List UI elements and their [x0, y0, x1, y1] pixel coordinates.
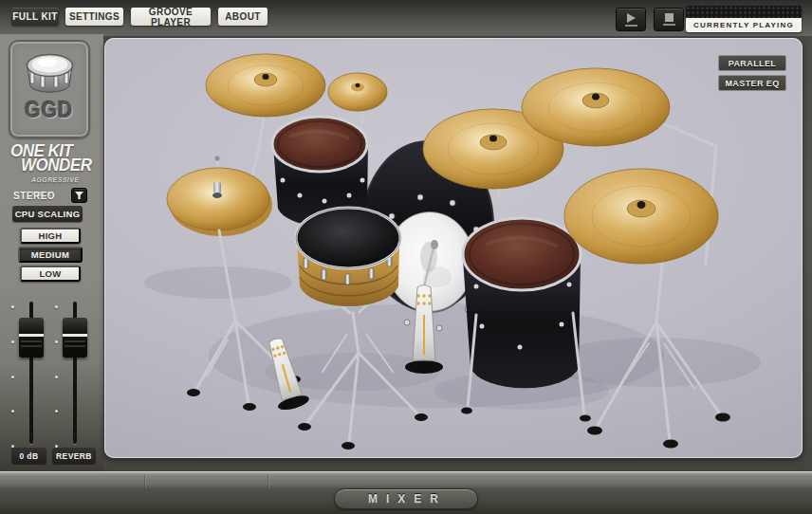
output-mode-label: STEREO	[13, 191, 55, 201]
snare-drum-icon	[19, 42, 80, 101]
kit-stage: PARALLEL MASTER EQ	[104, 38, 803, 458]
cpu-low-button[interactable]: LOW	[20, 266, 81, 282]
reverb-fader-handle[interactable]	[63, 318, 87, 358]
currently-playing-label: CURRENTLY PLAYING	[686, 18, 802, 32]
volume-fader-handle[interactable]	[19, 318, 44, 358]
crash-left[interactable]	[206, 54, 325, 117]
tab-full-kit[interactable]: FULL KIT	[11, 8, 59, 26]
ggd-logo: GGD	[9, 40, 90, 138]
tab-groove-player[interactable]: GROOVE PLAYER	[131, 8, 211, 26]
funnel-icon	[74, 191, 84, 200]
master-eq-button[interactable]: MASTER EQ	[718, 75, 786, 91]
currently-playing-display: CURRENTLY PLAYING	[686, 6, 802, 32]
volume-value-label: 0 dB	[11, 448, 46, 464]
plugin-window: FULL KIT SETTINGS GROOVE PLAYER ABOUT CU…	[0, 0, 812, 514]
cpu-medium-button[interactable]: MEDIUM	[18, 247, 83, 263]
reverb-label: REVERB	[52, 448, 96, 464]
hi-hat[interactable]	[167, 156, 272, 237]
parallel-button[interactable]: PARALLEL	[718, 55, 786, 71]
play-icon	[627, 13, 636, 23]
tab-settings[interactable]: SETTINGS	[65, 8, 123, 26]
play-button[interactable]	[616, 8, 646, 31]
drum-kit	[104, 38, 803, 458]
reverb-fader	[56, 302, 94, 453]
logo-wordmark: GGD	[26, 97, 74, 123]
stop-icon	[665, 13, 674, 22]
top-bar: FULL KIT SETTINGS GROOVE PLAYER ABOUT CU…	[0, 0, 812, 36]
panel-seam	[268, 474, 269, 488]
splash[interactable]	[328, 73, 387, 111]
output-row: STEREO	[13, 188, 89, 203]
panel-seam	[144, 474, 146, 488]
crash-right[interactable]	[522, 68, 670, 146]
cpu-scaling-label: CPU SCALING	[12, 206, 83, 222]
snare[interactable]	[296, 208, 400, 306]
tab-about[interactable]: ABOUT	[218, 8, 268, 26]
sidebar: GGD ONE KIT WONDER AGGRESSIVE ROCK STERE…	[0, 34, 103, 471]
cpu-high-button[interactable]: HIGH	[20, 228, 81, 244]
output-options-button[interactable]	[71, 188, 87, 203]
mixer-button[interactable]: MIXER	[334, 488, 478, 509]
playing-pattern-strip	[686, 6, 802, 18]
volume-fader	[12, 302, 50, 453]
bottom-bar: MIXER	[0, 471, 812, 514]
snare-stand-feet	[298, 413, 428, 450]
china-ride[interactable]	[564, 169, 718, 264]
stop-button[interactable]	[654, 8, 684, 31]
